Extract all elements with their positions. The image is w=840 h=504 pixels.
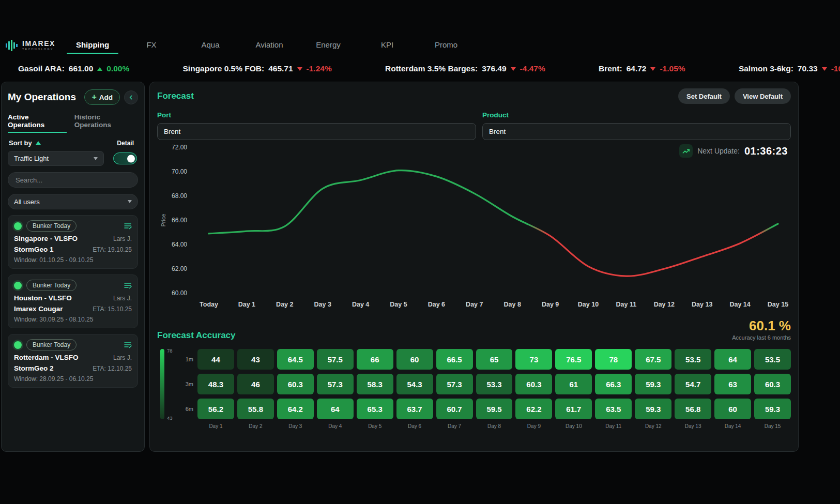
accuracy-cell[interactable]: 60.3 bbox=[754, 374, 791, 394]
accuracy-cell[interactable]: 57.5 bbox=[317, 349, 354, 370]
accuracy-cell[interactable]: 78 bbox=[595, 349, 632, 370]
nav-tab-kpi[interactable]: KPI bbox=[358, 37, 417, 54]
operation-badge: Bunker Today bbox=[26, 220, 77, 232]
accuracy-cell[interactable]: 66 bbox=[357, 349, 393, 370]
nav-tab-aqua[interactable]: Aqua bbox=[181, 37, 240, 54]
x-axis-tick: Day 5 bbox=[390, 301, 407, 308]
operation-vessel: StormGeo 2 bbox=[14, 364, 54, 372]
accuracy-cell[interactable]: 53.5 bbox=[675, 349, 711, 370]
operation-card-top: Bunker Today bbox=[14, 220, 132, 232]
arrow-down-icon bbox=[822, 67, 827, 71]
heatmap-col-label: Day 4 bbox=[317, 423, 354, 431]
detail-toggle[interactable] bbox=[113, 152, 137, 164]
search-input[interactable] bbox=[8, 172, 138, 188]
accuracy-cell[interactable]: 56.2 bbox=[197, 399, 234, 419]
imarex-logo[interactable]: IMAREX TECHNOLOGY bbox=[5, 39, 63, 52]
heatmap-col-label: Day 7 bbox=[436, 423, 473, 431]
accuracy-cell[interactable]: 60 bbox=[714, 399, 751, 419]
y-axis-tick: 62.00 bbox=[172, 265, 187, 272]
accuracy-cell[interactable]: 61 bbox=[555, 374, 592, 394]
accuracy-cell[interactable]: 59.3 bbox=[635, 399, 671, 419]
accuracy-cell[interactable]: 63.5 bbox=[595, 399, 632, 419]
next-update: Next Update: 01:36:23 bbox=[679, 144, 788, 158]
accuracy-cell[interactable]: 63.7 bbox=[396, 399, 433, 419]
nav-tab-energy[interactable]: Energy bbox=[299, 37, 358, 54]
add-button-label: Add bbox=[99, 94, 113, 101]
nav-tab-shipping[interactable]: Shipping bbox=[63, 37, 122, 54]
accuracy-cell[interactable]: 65 bbox=[476, 349, 513, 370]
accuracy-cell[interactable]: 53.5 bbox=[754, 349, 791, 370]
product-input[interactable] bbox=[482, 123, 791, 140]
nav-tab-fx[interactable]: FX bbox=[122, 37, 181, 54]
y-axis-tick: 72.00 bbox=[172, 144, 187, 151]
operation-title: Rotterdam - VLSFO bbox=[14, 354, 79, 361]
accuracy-cell[interactable]: 57.3 bbox=[436, 374, 473, 394]
accuracy-header: Forecast Accuracy 60.1 % Accuracy last 6… bbox=[157, 319, 791, 341]
view-default-button[interactable]: View Default bbox=[735, 88, 791, 104]
accuracy-cell[interactable]: 60.3 bbox=[277, 374, 314, 394]
sidebar-title: My Operations bbox=[8, 91, 80, 103]
nav-tab-promo[interactable]: Promo bbox=[417, 37, 476, 54]
accuracy-cell[interactable]: 64.2 bbox=[277, 399, 314, 419]
accuracy-cell[interactable]: 44 bbox=[197, 349, 234, 370]
add-operation-button[interactable]: + Add bbox=[84, 89, 120, 105]
accuracy-cell[interactable]: 54.3 bbox=[396, 374, 433, 394]
plus-icon: + bbox=[91, 93, 96, 101]
accuracy-cell[interactable]: 58.3 bbox=[357, 374, 393, 394]
heatmap-col-label: Day 12 bbox=[635, 423, 671, 431]
accuracy-cell[interactable]: 54.7 bbox=[675, 374, 711, 394]
detail-label: Detail bbox=[117, 140, 134, 147]
accuracy-cell[interactable]: 73 bbox=[515, 349, 552, 370]
accuracy-cell[interactable]: 64 bbox=[317, 399, 354, 419]
user-filter-select[interactable]: All users bbox=[8, 194, 138, 209]
accuracy-subtitle: Accuracy last 6 months bbox=[732, 334, 791, 341]
forecast-panel: Forecast Set Default View Default Port P… bbox=[149, 82, 799, 452]
operation-list-icon[interactable] bbox=[124, 222, 132, 230]
accuracy-cell[interactable]: 53.3 bbox=[476, 374, 513, 394]
nav-tab-aviation[interactable]: Aviation bbox=[240, 37, 299, 54]
operation-card[interactable]: Bunker TodayRotterdam - VLSFOLars J.Stor… bbox=[8, 334, 138, 388]
accuracy-heatmap: 78 43 1m444364.557.5666066.5657376.57867… bbox=[157, 349, 791, 431]
accuracy-cell[interactable]: 56.8 bbox=[675, 399, 711, 419]
accuracy-cell[interactable]: 55.8 bbox=[237, 399, 274, 419]
accuracy-cell[interactable]: 60.3 bbox=[515, 374, 552, 394]
accuracy-cell[interactable]: 65.3 bbox=[357, 399, 393, 419]
heatmap-row-label: 1m bbox=[186, 356, 194, 362]
status-dot-green bbox=[14, 222, 22, 230]
logo-text: IMAREX TECHNOLOGY bbox=[22, 40, 55, 51]
accuracy-cell[interactable]: 43 bbox=[237, 349, 274, 370]
tab-active-operations[interactable]: Active Operations bbox=[8, 113, 67, 133]
accuracy-cell[interactable]: 64 bbox=[714, 349, 751, 370]
collapse-sidebar-button[interactable] bbox=[124, 90, 138, 104]
ticker-item: Brent:64.72-1.05% bbox=[599, 64, 685, 73]
sort-by[interactable]: Sort by bbox=[9, 139, 41, 147]
ticker-change: 0.00% bbox=[106, 64, 129, 73]
accuracy-cell[interactable]: 60.7 bbox=[436, 399, 473, 419]
accuracy-cell[interactable]: 48.3 bbox=[197, 374, 234, 394]
ticker-change: -1.24% bbox=[307, 64, 332, 73]
sort-mode-select[interactable]: Traffic Light bbox=[8, 151, 104, 166]
accuracy-cell[interactable]: 76.5 bbox=[555, 349, 592, 370]
accuracy-cell[interactable]: 59.3 bbox=[754, 399, 791, 419]
accuracy-cell[interactable]: 46 bbox=[237, 374, 274, 394]
operation-card[interactable]: Bunker TodayHouston - VLSFOLars J.Imarex… bbox=[8, 274, 138, 328]
accuracy-cell[interactable]: 62.2 bbox=[515, 399, 552, 419]
operation-badge: Bunker Today bbox=[26, 280, 77, 291]
accuracy-cell[interactable]: 61.7 bbox=[555, 399, 592, 419]
operation-list-icon[interactable] bbox=[124, 341, 132, 349]
accuracy-cell[interactable]: 66.5 bbox=[436, 349, 473, 370]
operation-card[interactable]: Bunker TodaySingapore - VLSFOLars J.Stor… bbox=[8, 215, 138, 269]
accuracy-cell[interactable]: 63 bbox=[714, 374, 751, 394]
accuracy-cell[interactable]: 59.3 bbox=[635, 374, 671, 394]
accuracy-cell[interactable]: 64.5 bbox=[277, 349, 314, 370]
accuracy-cell[interactable]: 60 bbox=[396, 349, 433, 370]
accuracy-cell[interactable]: 57.3 bbox=[317, 374, 354, 394]
tab-historic-operations[interactable]: Historic Operations bbox=[74, 113, 138, 133]
y-axis-tick: 66.00 bbox=[172, 217, 187, 224]
operation-list-icon[interactable] bbox=[124, 281, 132, 289]
accuracy-cell[interactable]: 66.3 bbox=[595, 374, 632, 394]
accuracy-cell[interactable]: 67.5 bbox=[635, 349, 671, 370]
accuracy-cell[interactable]: 59.5 bbox=[476, 399, 513, 419]
port-input[interactable] bbox=[157, 123, 476, 140]
set-default-button[interactable]: Set Default bbox=[678, 88, 730, 104]
